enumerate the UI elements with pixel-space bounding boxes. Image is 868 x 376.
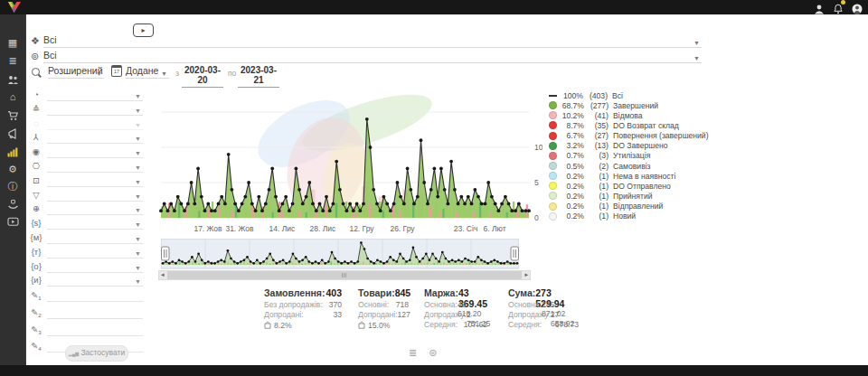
data-point[interactable]	[527, 209, 531, 212]
sidebar-item-video[interactable]	[0, 213, 25, 228]
data-point[interactable]	[311, 202, 315, 206]
data-point[interactable]	[176, 195, 180, 199]
data-point[interactable]	[362, 202, 365, 206]
sidebar-item-info[interactable]: ⓘ	[0, 179, 25, 193]
data-point[interactable]	[352, 209, 355, 212]
bell-icon[interactable]	[833, 2, 844, 13]
filter-row-globe[interactable]: ⊕▼	[29, 202, 143, 216]
navigator-handle[interactable]	[511, 247, 519, 260]
data-point[interactable]	[416, 195, 420, 199]
legend-item[interactable]: 0.2%(1)Відправлений	[549, 202, 704, 212]
data-point[interactable]	[449, 160, 453, 164]
data-point[interactable]	[254, 209, 258, 212]
data-point[interactable]	[396, 181, 400, 184]
data-point[interactable]	[439, 167, 443, 171]
date-field-dropdown[interactable]: Додане ▼	[126, 65, 169, 79]
legend-item[interactable]: 0.7%(3)Утилізація	[549, 151, 704, 161]
orders-chart[interactable]: 051017. Жов31. Жов14. Лис28. Лис12. Гру2…	[159, 87, 542, 237]
data-point[interactable]	[190, 181, 193, 184]
data-point[interactable]	[476, 195, 480, 199]
data-point[interactable]	[270, 167, 274, 171]
filter-row-empty-circle[interactable]: ◌▼	[29, 118, 143, 131]
legend-item[interactable]: 100%(403)Всі	[549, 90, 704, 100]
filter-row-var-n[interactable]: {и}▼	[29, 274, 143, 287]
data-point[interactable]	[484, 202, 487, 206]
data-point[interactable]	[385, 202, 389, 206]
data-point[interactable]	[348, 202, 352, 206]
data-point[interactable]	[328, 209, 332, 212]
scroll-left-icon[interactable]: ◂	[161, 270, 165, 278]
sidebar-item-settings[interactable]: ⚙	[0, 162, 25, 176]
data-point[interactable]	[375, 202, 379, 206]
data-point[interactable]	[402, 202, 406, 206]
data-point[interactable]	[335, 160, 338, 164]
data-point[interactable]	[305, 195, 308, 199]
filter-row-var-s[interactable]: {s}▼	[29, 217, 143, 230]
data-point[interactable]	[406, 167, 410, 171]
data-point[interactable]	[510, 209, 514, 212]
data-point[interactable]	[459, 195, 463, 199]
data-point[interactable]	[166, 209, 170, 212]
data-point[interactable]	[284, 195, 288, 199]
date-to-input[interactable]: 2023-03-21	[238, 65, 279, 88]
data-point[interactable]	[514, 209, 517, 212]
data-point[interactable]	[473, 188, 476, 192]
chart-scrollbar[interactable]: ◂ ▸	[158, 270, 531, 280]
data-point[interactable]	[307, 181, 311, 184]
date-from-input[interactable]: 2020-03-20	[182, 65, 223, 88]
data-point[interactable]	[433, 167, 437, 171]
data-point[interactable]	[196, 167, 200, 171]
data-point[interactable]	[342, 202, 345, 206]
legend-item[interactable]: 68.7%(277)Завершений	[549, 100, 704, 110]
data-point[interactable]	[321, 209, 325, 212]
sidebar-item-marketing[interactable]	[0, 126, 25, 140]
scroll-right-icon[interactable]: ▸	[524, 270, 528, 278]
legend-item[interactable]: 0.2%(1)Нема в наявності	[549, 171, 704, 181]
package-icon[interactable]: ⊚	[429, 347, 437, 359]
data-point[interactable]	[264, 202, 268, 206]
data-point[interactable]	[257, 195, 260, 199]
data-point[interactable]	[301, 202, 305, 206]
data-point[interactable]	[163, 202, 166, 206]
data-point[interactable]	[467, 195, 470, 199]
data-point[interactable]	[369, 146, 373, 149]
custom-field-row-3[interactable]: ✎3	[29, 324, 143, 337]
data-point[interactable]	[169, 202, 173, 206]
data-point[interactable]	[517, 202, 521, 206]
scrollbar-thumb[interactable]	[167, 271, 522, 279]
search-mode-dropdown[interactable]: Розширений ▼	[48, 65, 104, 79]
data-point[interactable]	[507, 202, 511, 206]
legend-item[interactable]: 0.2%(1)Прийнятий	[549, 191, 704, 201]
data-point[interactable]	[447, 202, 450, 206]
data-point[interactable]	[426, 202, 429, 206]
data-point[interactable]	[457, 202, 460, 206]
product-filter-dropdown[interactable]: Всі ▼	[43, 50, 702, 63]
custom-field-row-1[interactable]: ✎1	[29, 289, 143, 303]
data-point[interactable]	[173, 209, 176, 212]
data-point[interactable]	[213, 209, 217, 212]
data-point[interactable]	[436, 195, 439, 199]
sidebar-item-analytics[interactable]	[0, 144, 25, 158]
legend-item[interactable]: 0.5%(2)Самовивіз	[549, 161, 704, 171]
data-point[interactable]	[227, 153, 231, 156]
data-point[interactable]	[420, 138, 423, 142]
data-point[interactable]	[453, 188, 457, 192]
data-point[interactable]	[233, 202, 237, 206]
legend-item[interactable]: 0.2%(1)DO Отправлено	[549, 181, 704, 191]
filter-row-var-t[interactable]: {т}▼	[29, 246, 143, 259]
data-point[interactable]	[486, 181, 490, 184]
data-point[interactable]	[429, 188, 433, 192]
legend-item[interactable]: 3.2%(13)DO Завершено	[549, 141, 704, 151]
data-point[interactable]	[524, 209, 527, 212]
data-point[interactable]	[345, 209, 349, 212]
legend-item[interactable]: 8.7%(35)DO Возврат склад	[549, 120, 704, 130]
data-point[interactable]	[243, 195, 247, 199]
data-point[interactable]	[365, 118, 369, 121]
data-point[interactable]	[497, 209, 501, 212]
data-point[interactable]	[268, 188, 271, 192]
legend-item[interactable]: 0.2%(1)Новий	[549, 212, 704, 221]
data-point[interactable]	[392, 202, 396, 206]
filter-row-var-m[interactable]: {м}▼	[29, 231, 143, 245]
data-point[interactable]	[338, 188, 342, 192]
data-point[interactable]	[399, 195, 402, 199]
